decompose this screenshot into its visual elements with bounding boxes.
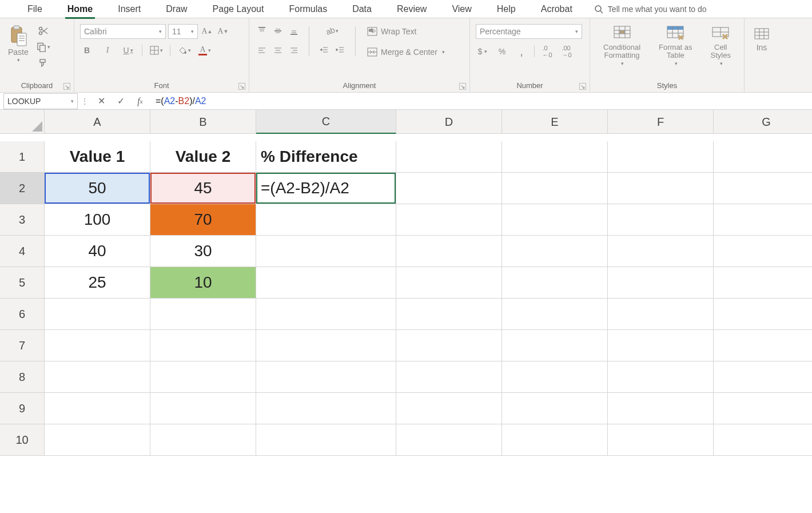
cell-B8[interactable] <box>150 361 256 393</box>
row-header-8[interactable]: 8 <box>0 361 45 393</box>
align-top-button[interactable] <box>255 24 269 38</box>
cell-A2[interactable]: 50 <box>45 173 150 204</box>
namebox-resize-handle[interactable]: ⋮ <box>78 97 91 106</box>
row-header-5[interactable]: 5 <box>0 267 45 299</box>
cell-G2[interactable] <box>714 173 812 204</box>
tab-review[interactable]: Review <box>384 0 439 18</box>
cell-F2[interactable] <box>608 173 714 204</box>
underline-button[interactable]: U▾ <box>121 43 135 57</box>
italic-button[interactable]: I <box>101 43 114 57</box>
cell-C9[interactable] <box>256 393 396 424</box>
cell-C5[interactable] <box>256 267 396 299</box>
cell-C4[interactable] <box>256 236 396 267</box>
cell-C2[interactable]: =(A2-B2)/A2 <box>256 173 396 204</box>
increase-font-button[interactable]: A▲ <box>200 25 214 38</box>
col-header-F[interactable]: F <box>608 110 714 134</box>
cell-A8[interactable] <box>45 361 150 393</box>
insert-function-button[interactable]: fx <box>130 93 150 110</box>
tab-help[interactable]: Help <box>484 0 528 18</box>
cell-E5[interactable] <box>502 267 608 299</box>
format-painter-button[interactable] <box>37 56 50 70</box>
alignment-dialog-launcher[interactable]: ↘ <box>459 83 466 90</box>
increase-indent-button[interactable] <box>333 43 347 57</box>
comma-format-button[interactable]: , <box>515 45 528 58</box>
font-dialog-launcher[interactable]: ↘ <box>238 83 245 90</box>
font-size-select[interactable]: 11▾ <box>168 24 198 39</box>
confirm-formula-button[interactable]: ✓ <box>111 93 130 110</box>
select-all-corner[interactable] <box>0 110 45 134</box>
cell-F8[interactable] <box>608 361 714 393</box>
cell-E9[interactable] <box>502 393 608 424</box>
cell-E8[interactable] <box>502 361 608 393</box>
cell-G10[interactable] <box>714 424 812 456</box>
cell-D1[interactable] <box>396 141 502 173</box>
spreadsheet-grid[interactable]: A B C D E F G 1 Value 1 Value 2 % Differ… <box>0 110 812 456</box>
decrease-font-button[interactable]: A▼ <box>216 25 230 38</box>
cell-B3[interactable]: 70 <box>150 204 256 236</box>
name-box[interactable]: LOOKUP ▾ <box>3 93 78 109</box>
cell-C7[interactable] <box>256 330 396 361</box>
cell-A9[interactable] <box>45 393 150 424</box>
tab-file[interactable]: File <box>15 0 55 18</box>
cell-C8[interactable] <box>256 361 396 393</box>
col-header-G[interactable]: G <box>714 110 812 134</box>
accounting-format-button[interactable]: $▾ <box>476 45 489 58</box>
cell-styles-button[interactable]: Cell Styles▾ <box>708 24 733 67</box>
cell-A5[interactable]: 25 <box>45 267 150 299</box>
cell-A4[interactable]: 40 <box>45 236 150 267</box>
cell-G4[interactable] <box>714 236 812 267</box>
cell-D5[interactable] <box>396 267 502 299</box>
clipboard-dialog-launcher[interactable]: ↘ <box>63 83 70 90</box>
percent-format-button[interactable]: % <box>495 45 509 58</box>
formula-input[interactable]: =(A2-B2)/A2 <box>150 96 812 106</box>
number-format-select[interactable]: Percentage▾ <box>476 24 582 39</box>
cell-F4[interactable] <box>608 236 714 267</box>
align-left-button[interactable] <box>255 43 269 57</box>
tab-view[interactable]: View <box>439 0 484 18</box>
wrap-text-button[interactable]: ab Wrap Text <box>364 24 420 39</box>
cell-A6[interactable] <box>45 299 150 330</box>
orientation-button[interactable]: ab▾ <box>321 24 344 38</box>
cell-E2[interactable] <box>502 173 608 204</box>
row-header-4[interactable]: 4 <box>0 236 45 267</box>
conditional-formatting-button[interactable]: Conditional Formatting▾ <box>601 24 643 67</box>
fill-color-button[interactable]: ▾ <box>177 43 191 57</box>
cell-D8[interactable] <box>396 361 502 393</box>
cell-G8[interactable] <box>714 361 812 393</box>
tab-insert[interactable]: Insert <box>105 0 153 18</box>
align-bottom-button[interactable] <box>287 24 301 38</box>
cell-C3[interactable] <box>256 204 396 236</box>
borders-button[interactable]: ▾ <box>149 43 163 57</box>
align-middle-button[interactable] <box>271 24 285 38</box>
tab-home[interactable]: Home <box>55 0 105 18</box>
cell-E3[interactable] <box>502 204 608 236</box>
cell-E7[interactable] <box>502 330 608 361</box>
cell-B1[interactable]: Value 2 <box>150 141 256 173</box>
align-center-button[interactable] <box>271 43 285 57</box>
cell-E1[interactable] <box>502 141 608 173</box>
row-header-10[interactable]: 10 <box>0 424 45 456</box>
cancel-formula-button[interactable]: ✕ <box>91 93 111 110</box>
cell-B10[interactable] <box>150 424 256 456</box>
row-header-2[interactable]: 2 <box>0 173 45 204</box>
cell-F3[interactable] <box>608 204 714 236</box>
paste-button[interactable]: Paste ▾ <box>6 24 31 65</box>
row-header-7[interactable]: 7 <box>0 330 45 361</box>
cell-F10[interactable] <box>608 424 714 456</box>
decrease-decimal-button[interactable]: .00→0 <box>560 45 574 58</box>
row-header-1[interactable]: 1 <box>0 141 45 173</box>
cell-G3[interactable] <box>714 204 812 236</box>
increase-decimal-button[interactable]: .0←0 <box>540 45 554 58</box>
cell-G7[interactable] <box>714 330 812 361</box>
tell-me-search[interactable]: Tell me what you want to do <box>594 5 707 14</box>
cell-C6[interactable] <box>256 299 396 330</box>
cell-C1[interactable]: % Difference <box>256 141 396 173</box>
row-header-3[interactable]: 3 <box>0 204 45 236</box>
cell-B2[interactable]: 45 <box>150 173 256 204</box>
col-header-A[interactable]: A <box>45 110 150 134</box>
row-header-9[interactable]: 9 <box>0 393 45 424</box>
cell-D7[interactable] <box>396 330 502 361</box>
cell-E6[interactable] <box>502 299 608 330</box>
col-header-D[interactable]: D <box>396 110 502 134</box>
cell-G1[interactable] <box>714 141 812 173</box>
